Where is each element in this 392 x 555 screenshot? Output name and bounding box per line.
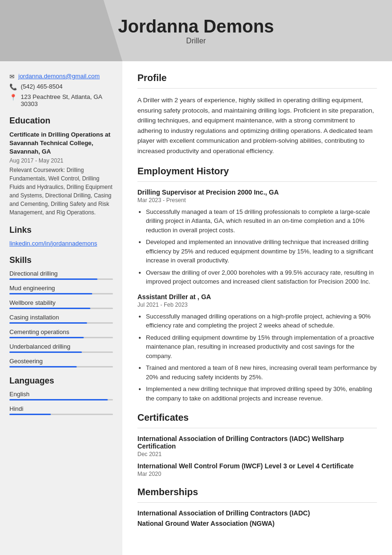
lang-bar-fill <box>9 399 108 400</box>
skill-bar-bg <box>9 351 113 353</box>
cert-date: Dec 2021 <box>137 451 377 457</box>
skill-bar-fill <box>9 278 97 280</box>
edu-dates: Aug 2017 - May 2021 <box>9 157 113 164</box>
candidate-title: Driller <box>186 37 206 45</box>
job-bullet: Successfully managed a team of 15 drilli… <box>146 207 377 235</box>
skill-bar-fill <box>9 308 90 309</box>
lang-bar-fill <box>9 414 51 415</box>
skill-label: Casing installation <box>9 314 113 321</box>
skill-bar-bg <box>9 278 113 280</box>
address-contact: 📍 123 Peachtree St, Atlanta, GA 30303 <box>9 93 113 107</box>
skill-label: Wellbore stability <box>9 299 113 306</box>
cert-title: International Well Control Forum (IWCF) … <box>137 462 377 470</box>
job-bullet: Trained and mentored a team of 8 new hir… <box>146 363 377 382</box>
job-entry: Assistant Driller at , GA Jul 2021 - Feb… <box>137 293 377 403</box>
job-bullets: Successfully managed drilling operations… <box>137 312 377 403</box>
language-label: Hindi <box>9 405 113 412</box>
memberships-section-title: Memberships <box>137 487 377 498</box>
phone-value: (542) 465-8504 <box>21 83 63 90</box>
language-label: English <box>9 391 113 398</box>
edu-degree: Certificate in Drilling Operations at Sa… <box>9 131 113 156</box>
job-bullet: Oversaw the drilling of over 2,000 boreh… <box>146 268 377 286</box>
skill-bar-fill <box>9 351 82 353</box>
email-value[interactable]: jordanna.demons@gmail.com <box>18 73 100 80</box>
cert-title: International Association of Drilling Co… <box>137 435 377 450</box>
job-title: Assistant Driller at , GA <box>137 293 377 301</box>
certificates-divider <box>137 428 377 428</box>
sidebar: ✉ jordanna.demons@gmail.com 📞 (542) 465-… <box>0 61 122 555</box>
page-header: Jordanna Demons Driller <box>0 0 392 61</box>
profile-section-title: Profile <box>137 73 377 83</box>
profile-divider <box>137 88 377 89</box>
profile-text: A Driller with 2 years of experience, hi… <box>137 95 377 156</box>
job-dates: Mar 2023 - Present <box>137 197 377 204</box>
skill-item: Directional drilling <box>9 270 113 280</box>
skill-bar-fill <box>9 293 92 294</box>
memberships-list: International Association of Drilling Co… <box>137 509 377 527</box>
skills-section-title: Skills <box>9 255 113 265</box>
language-item: Hindi <box>9 405 113 415</box>
education-section-title: Education <box>9 116 113 126</box>
job-bullet: Successfully managed drilling operations… <box>146 312 377 330</box>
skill-bar-fill <box>9 366 77 367</box>
address-value: 123 Peachtree St, Atlanta, GA 30303 <box>21 93 113 107</box>
skill-label: Cementing operations <box>9 328 113 335</box>
job-entry: Drilling Supervisor at Precision 2000 In… <box>137 188 377 286</box>
employment-section-title: Employment History <box>137 166 377 177</box>
main-layout: ✉ jordanna.demons@gmail.com 📞 (542) 465-… <box>0 61 392 555</box>
skill-label: Directional drilling <box>9 270 113 277</box>
skill-item: Mud engineering <box>9 285 113 294</box>
skills-list: Directional drilling Mud engineering Wel… <box>9 270 113 367</box>
cert-date: Mar 2020 <box>137 471 377 477</box>
email-icon: ✉ <box>9 73 15 80</box>
skill-item: Underbalanced drilling <box>9 343 113 353</box>
phone-icon: 📞 <box>9 83 17 90</box>
skill-bar-bg <box>9 322 113 324</box>
job-bullets: Successfully managed a team of 15 drilli… <box>137 207 377 286</box>
language-item: English <box>9 391 113 400</box>
jobs-list: Drilling Supervisor at Precision 2000 In… <box>137 188 377 403</box>
skill-bar-bg <box>9 337 113 338</box>
location-icon: 📍 <box>9 94 17 101</box>
job-bullet: Implemented a new drilling technique tha… <box>146 384 377 403</box>
languages-section-title: Languages <box>9 376 113 386</box>
skill-label: Mud engineering <box>9 285 113 292</box>
membership-item: National Ground Water Association (NGWA) <box>137 520 377 527</box>
job-bullet: Developed and implemented an innovative … <box>146 237 377 265</box>
skill-item: Casing installation <box>9 314 113 324</box>
linkedin-link[interactable]: linkedin.com/in/jordannademons <box>9 240 113 247</box>
skill-label: Underbalanced drilling <box>9 343 113 350</box>
skill-item: Geosteering <box>9 358 113 367</box>
skill-bar-bg <box>9 293 113 294</box>
lang-bar-bg <box>9 414 113 415</box>
email-contact: ✉ jordanna.demons@gmail.com <box>9 73 113 80</box>
skill-item: Wellbore stability <box>9 299 113 309</box>
skill-bar-fill <box>9 322 87 324</box>
job-bullet: Reduced drilling equipment downtime by 1… <box>146 333 377 361</box>
memberships-divider <box>137 502 377 503</box>
skill-item: Cementing operations <box>9 328 113 338</box>
links-section-title: Links <box>9 225 113 235</box>
certificates-section-title: Certificates <box>137 412 377 423</box>
lang-bar-bg <box>9 399 113 400</box>
job-dates: Jul 2021 - Feb 2023 <box>137 302 377 308</box>
membership-item: International Association of Drilling Co… <box>137 509 377 517</box>
edu-coursework: Relevant Coursework: Drilling Fundamenta… <box>9 166 113 217</box>
skill-label: Geosteering <box>9 358 113 365</box>
certs-list: International Association of Drilling Co… <box>137 435 377 477</box>
skill-bar-bg <box>9 308 113 309</box>
cert-entry: International Well Control Forum (IWCF) … <box>137 462 377 477</box>
skill-bar-bg <box>9 366 113 367</box>
languages-list: English Hindi <box>9 391 113 415</box>
employment-divider <box>137 181 377 182</box>
candidate-name: Jordanna Demons <box>118 16 274 37</box>
cert-entry: International Association of Drilling Co… <box>137 435 377 457</box>
skill-bar-fill <box>9 337 84 338</box>
job-title: Drilling Supervisor at Precision 2000 In… <box>137 188 377 196</box>
right-content: Profile A Driller with 2 years of experi… <box>122 61 392 555</box>
phone-contact: 📞 (542) 465-8504 <box>9 83 113 90</box>
